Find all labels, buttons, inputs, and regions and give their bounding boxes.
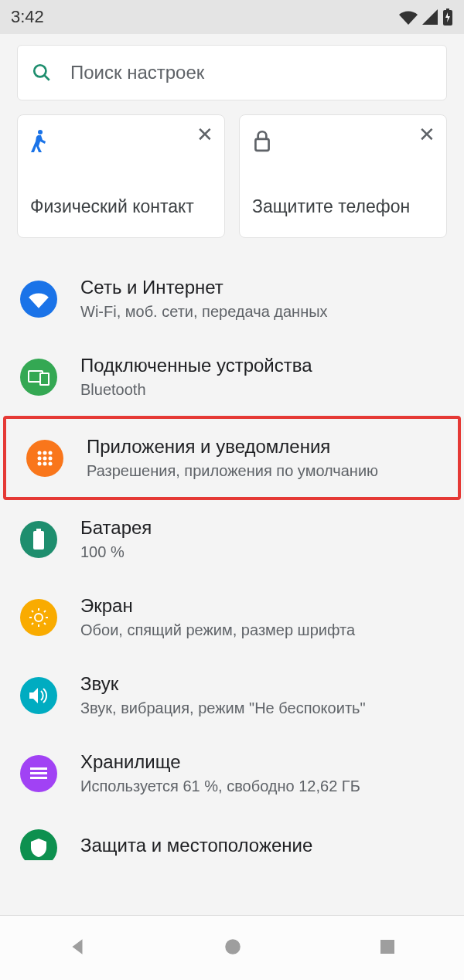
svg-point-17 <box>49 461 53 465</box>
svg-point-24 <box>225 939 241 954</box>
apps-icon <box>26 440 63 477</box>
cell-signal-icon <box>422 9 438 25</box>
settings-item-title: Хранилище <box>80 751 444 773</box>
storage-icon <box>20 755 57 792</box>
home-button[interactable] <box>223 937 243 960</box>
settings-item-title: Сеть и Интернет <box>80 277 444 298</box>
settings-item-devices[interactable]: Подключенные устройства Bluetooth <box>0 338 464 416</box>
svg-rect-22 <box>30 772 47 774</box>
svg-point-11 <box>49 451 53 454</box>
status-icons <box>399 9 453 26</box>
svg-rect-1 <box>446 9 449 11</box>
svg-point-14 <box>49 456 53 460</box>
svg-point-10 <box>43 451 47 454</box>
svg-rect-5 <box>255 139 268 151</box>
navigation-bar <box>0 915 464 980</box>
volume-icon <box>20 677 57 714</box>
search-placeholder: Поиск настроек <box>70 62 204 83</box>
settings-item-apps[interactable]: Приложения и уведомления Разрешения, при… <box>6 419 458 497</box>
settings-item-battery[interactable]: Батарея 100 % <box>0 500 464 578</box>
svg-point-9 <box>38 451 42 454</box>
highlighted-row: Приложения и уведомления Разрешения, при… <box>3 416 461 500</box>
svg-rect-23 <box>30 777 47 779</box>
settings-item-subtitle: Обои, спящий режим, размер шрифта <box>80 621 444 639</box>
settings-item-display[interactable]: Экран Обои, спящий режим, размер шрифта <box>0 578 464 656</box>
close-icon[interactable]: ✕ <box>196 124 213 145</box>
settings-item-subtitle: Разрешения, приложения по умолчанию <box>87 462 438 480</box>
settings-item-subtitle: Используется 61 %, свободно 12,62 ГБ <box>80 778 444 795</box>
wifi-icon <box>20 281 57 318</box>
svg-point-4 <box>38 130 43 134</box>
settings-item-title: Приложения и уведомления <box>87 436 438 458</box>
settings-item-title: Звук <box>80 673 444 695</box>
settings-item-storage[interactable]: Хранилище Используется 61 %, свободно 12… <box>0 734 464 812</box>
settings-item-subtitle: 100 % <box>80 543 444 561</box>
battery-icon <box>442 9 453 26</box>
settings-item-subtitle: Bluetooth <box>80 381 444 399</box>
settings-list: Сеть и Интернет Wi-Fi, моб. сети, переда… <box>0 252 464 860</box>
svg-rect-19 <box>33 531 44 550</box>
search-input[interactable]: Поиск настроек <box>17 45 447 100</box>
settings-item-title: Экран <box>80 595 444 617</box>
settings-item-security[interactable]: Защита и местоположение <box>0 812 464 860</box>
svg-rect-21 <box>30 767 47 770</box>
settings-item-title: Защита и местоположение <box>80 835 444 856</box>
card-covid-exposure[interactable]: ✕ Физический контакт <box>17 114 225 238</box>
devices-icon <box>20 359 57 396</box>
svg-point-13 <box>43 456 47 460</box>
status-bar: 3:42 <box>0 0 464 34</box>
brightness-icon <box>20 599 57 636</box>
svg-line-3 <box>44 75 49 80</box>
settings-item-title: Подключенные устройства <box>80 355 444 376</box>
status-time: 3:42 <box>11 7 44 27</box>
card-title: Физический контакт <box>30 196 212 217</box>
settings-item-title: Батарея <box>80 517 444 539</box>
svg-rect-18 <box>36 529 41 531</box>
walking-person-icon <box>30 129 212 157</box>
svg-point-16 <box>43 461 47 465</box>
recent-apps-button[interactable] <box>378 937 397 959</box>
search-container: Поиск настроек <box>0 34 464 107</box>
back-button[interactable] <box>67 937 87 960</box>
svg-point-15 <box>38 461 42 465</box>
close-icon[interactable]: ✕ <box>418 124 435 145</box>
settings-item-subtitle: Wi-Fi, моб. сети, передача данных <box>80 303 444 321</box>
search-icon <box>32 63 52 83</box>
svg-point-2 <box>34 65 46 77</box>
shield-icon <box>20 829 57 860</box>
svg-rect-25 <box>380 940 394 954</box>
svg-point-12 <box>38 456 42 460</box>
settings-item-subtitle: Звук, вибрация, режим "Не беспокоить" <box>80 699 444 717</box>
settings-item-security-clipped: Защита и местоположение <box>0 812 464 860</box>
suggestion-cards: ✕ Физический контакт ✕ Защитите телефон <box>0 107 464 252</box>
card-protect-phone[interactable]: ✕ Защитите телефон <box>239 114 447 238</box>
battery-icon <box>20 521 57 558</box>
svg-rect-7 <box>40 373 49 385</box>
settings-item-network[interactable]: Сеть и Интернет Wi-Fi, моб. сети, переда… <box>0 260 464 338</box>
settings-item-sound[interactable]: Звук Звук, вибрация, режим "Не беспокоит… <box>0 656 464 734</box>
lock-icon <box>252 129 434 155</box>
svg-point-20 <box>35 614 43 621</box>
card-title: Защитите телефон <box>252 196 434 217</box>
wifi-icon <box>399 9 418 25</box>
